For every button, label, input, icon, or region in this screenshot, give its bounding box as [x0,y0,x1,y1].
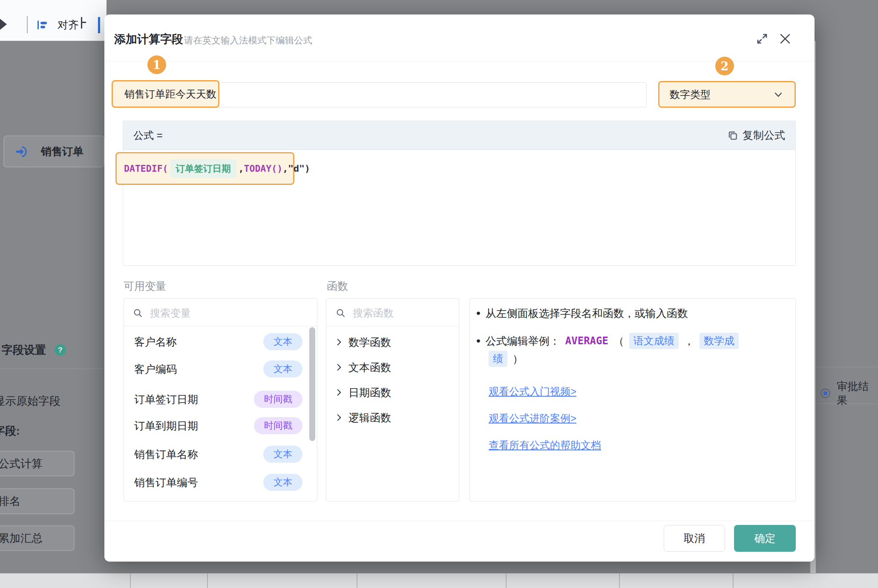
example-function: AVERAGE [565,335,608,347]
align-icon [37,19,48,31]
dialog-title: 添加计算字段 [114,32,183,47]
formula-token: , [239,163,244,174]
variable-row[interactable]: 客户名称 文本 [134,333,302,350]
table-column-divider [506,574,507,588]
formula-token: ,"d") [282,163,310,174]
cancel-button[interactable]: 取消 [664,525,725,552]
toolbar-divider [27,16,28,33]
copy-icon [727,130,738,141]
copy-formula-label: 复制公式 [743,128,785,142]
variables-label: 可用变量 [124,279,166,293]
align-tool-button[interactable]: 对齐 [37,18,79,32]
formula-header: 公式 = 复制公式 [123,121,795,150]
toolbar-icon-fragment [82,22,86,23]
sidebar-divider [0,369,104,369]
type-pill: 时间戳 [254,391,302,408]
formula-token-function: DATEDIF( [124,163,168,174]
table-column-divider [733,574,734,588]
active-tool-indicator [98,17,100,33]
functions-search-input[interactable] [352,307,439,320]
table-column-divider [207,574,208,588]
variables-search-input[interactable] [149,307,291,320]
example-field-chip: 数学成 [700,333,739,349]
formula-editor[interactable]: DATEDIF(订单签订日期,TODAY(),"d") [124,152,310,185]
field-label: 字段: [0,424,20,438]
field-settings-label: 字段设置 [2,343,46,357]
help-icon[interactable]: ? [55,344,66,356]
chevron-right-icon [335,413,343,422]
approval-radio-icon[interactable] [820,388,831,399]
search-icon [133,308,143,318]
variable-row[interactable]: 客户编码 文本 [134,360,302,378]
align-label: 对齐 [58,18,79,32]
advanced-cases-link[interactable]: 观看公式进阶案例> [489,412,576,425]
sales-order-button[interactable]: 销售订单 [3,135,104,167]
table-strip [0,573,878,588]
right-divider [816,367,878,367]
bullet: • [476,334,481,348]
variable-row[interactable]: 销售订单编号 文本 [134,474,302,491]
variable-row[interactable]: 销售订单名称 文本 [134,446,302,463]
chevron-right-icon [335,338,343,346]
rank-card[interactable]: 排名 [0,488,75,514]
search-divider [326,326,459,326]
function-group-logic[interactable]: 逻辑函数 [335,409,391,426]
footer-divider [104,521,815,521]
approval-result-label: 审批结果 [837,379,878,407]
formula-field-chip: 订单签订日期 [170,159,236,178]
tips-panel [469,298,796,502]
functions-label: 函数 [327,279,348,293]
type-pill: 文本 [263,474,302,491]
table-column-divider [619,574,620,588]
function-group-math[interactable]: 数学函数 [335,334,391,351]
type-pill: 时间戳 [254,417,302,434]
example-field-chip: 绩 [489,351,507,367]
help-docs-link[interactable]: 查看所有公式的帮助文档 [489,438,601,452]
tip-text: 从左侧面板选择字段名和函数，或输入函数 [486,306,688,320]
function-group-date[interactable]: 日期函数 [335,384,391,401]
type-pill: 文本 [263,446,302,463]
search-icon [336,308,346,318]
chevron-down-icon [772,89,784,101]
dialog-subtitle: 请在英文输入法模式下编辑公式 [184,34,312,46]
intro-video-link[interactable]: 观看公式入门视频> [489,385,576,398]
scrollbar[interactable] [309,327,315,441]
chevron-right-icon [335,363,343,372]
table-column-divider [357,574,357,588]
chevron-right-icon [335,388,343,397]
expand-icon[interactable] [755,32,769,46]
variable-row[interactable]: 订单到期日期 时间戳 [134,417,302,434]
variable-row[interactable]: 订单签订日期 时间戳 [134,391,302,408]
copy-formula-button[interactable]: 复制公式 [727,128,785,142]
confirm-button[interactable]: 确定 [734,525,796,552]
table-column-divider [130,574,131,588]
search-divider [124,326,317,326]
screen: 对齐 销售订单 字段设置 ? 显示原始字段 字段: 公式计算 排名 累加汇总 审… [0,0,878,588]
type-select-value: 数字类型 [670,88,711,101]
close-icon[interactable] [778,32,792,46]
annotation-badge-1: 1 [147,55,166,74]
formula-token-function: TODAY() [244,163,283,174]
function-group-text[interactable]: 文本函数 [335,359,391,376]
import-icon [15,145,29,159]
formula-calc-card[interactable]: 公式计算 [0,451,75,476]
field-name-value: 销售订单距今天天数 [124,80,216,108]
header-divider [104,61,815,61]
formula-label: 公式 = [133,129,163,142]
type-select[interactable]: 数字类型 [658,81,796,108]
sales-order-label: 销售订单 [41,144,83,159]
annotation-badge-2: 2 [715,57,734,75]
cursor-arrow-icon [0,19,8,30]
type-pill: 文本 [263,333,302,350]
show-original-field-label: 显示原始字段 [0,394,60,409]
bullet: • [476,306,481,320]
accumulate-card[interactable]: 累加汇总 [0,525,75,551]
type-pill: 文本 [263,360,302,378]
example-field-chip: 语文成绩 [629,333,679,349]
